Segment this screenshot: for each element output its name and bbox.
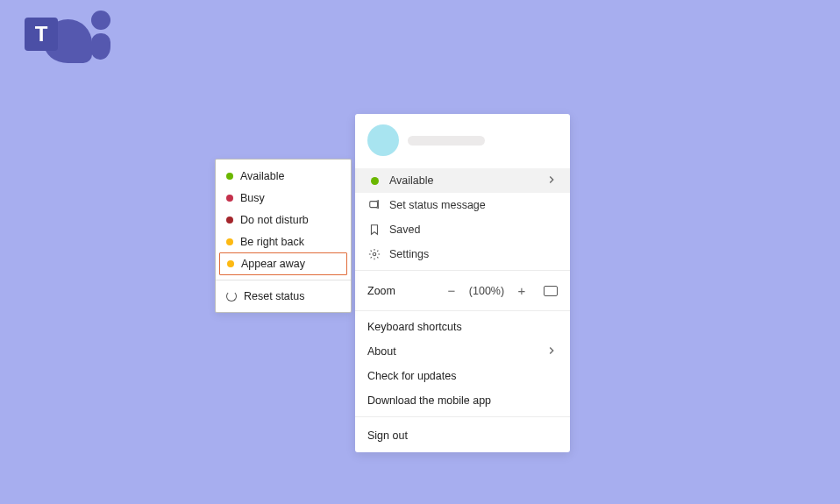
signout-label: Sign out [367,429,408,442]
status-submenu: Available Busy Do not disturb Be right b… [215,159,352,313]
set-status-label: Set status message [389,199,558,211]
reset-status-item[interactable]: Reset status [216,285,351,307]
zoom-in-button[interactable]: + [516,283,528,298]
check-updates-item[interactable]: Check for updates [355,364,570,388]
divider [355,310,570,311]
reset-icon [226,291,237,302]
status-available-icon [367,177,381,185]
status-option-label: Busy [240,192,265,204]
divider [355,416,570,417]
about-label: About [367,345,396,358]
status-option-appear-away[interactable]: Appear away [219,252,347,275]
teams-logo: T [19,9,107,61]
saved-label: Saved [389,224,558,236]
status-busy-icon [226,195,233,202]
profile-menu: Available Set status message Saved Setti… [355,114,570,452]
profile-header [355,114,570,168]
status-option-label: Be right back [240,236,304,248]
saved-item[interactable]: Saved [355,217,570,242]
divider [355,270,570,271]
shortcuts-label: Keyboard shortcuts [367,321,462,333]
status-available-icon [226,173,233,180]
divider [216,280,351,280]
keyboard-shortcuts-item[interactable]: Keyboard shortcuts [355,315,570,339]
settings-item[interactable]: Settings [355,242,570,266]
status-option-brb[interactable]: Be right back [216,231,351,252]
sign-out-item[interactable]: Sign out [355,421,570,452]
svg-rect-0 [370,202,378,208]
status-label: Available [389,174,558,187]
updates-label: Check for updates [367,370,456,382]
gear-icon [367,248,381,260]
status-away-icon [227,260,234,267]
status-option-label: Available [240,170,285,182]
zoom-value: (100%) [468,285,505,297]
settings-label: Settings [389,248,558,260]
edit-status-icon [367,199,381,211]
status-option-label: Do not disturb [240,214,309,226]
zoom-row: Zoom − (100%) + [355,274,570,307]
mobile-label: Download the mobile app [367,394,491,407]
reset-status-label: Reset status [244,290,304,302]
set-status-message[interactable]: Set status message [355,193,570,217]
about-item[interactable]: About [355,339,570,364]
status-option-busy[interactable]: Busy [216,187,351,209]
svg-point-1 [373,252,376,256]
status-option-label: Appear away [241,258,305,270]
avatar [367,124,399,156]
chevron-right-icon [545,344,558,359]
bookmark-icon [367,224,381,236]
status-option-available[interactable]: Available [216,165,351,187]
status-dnd-icon [226,217,233,224]
zoom-out-button[interactable]: − [445,283,458,298]
fullscreen-icon[interactable] [544,286,558,296]
download-mobile-item[interactable]: Download the mobile app [355,388,570,413]
zoom-label: Zoom [367,285,435,297]
status-row[interactable]: Available [355,168,570,193]
status-option-dnd[interactable]: Do not disturb [216,209,351,231]
chevron-right-icon [545,174,558,188]
status-brb-icon [226,238,233,245]
teams-logo-tile: T [25,18,58,51]
user-name-placeholder [408,136,485,146]
